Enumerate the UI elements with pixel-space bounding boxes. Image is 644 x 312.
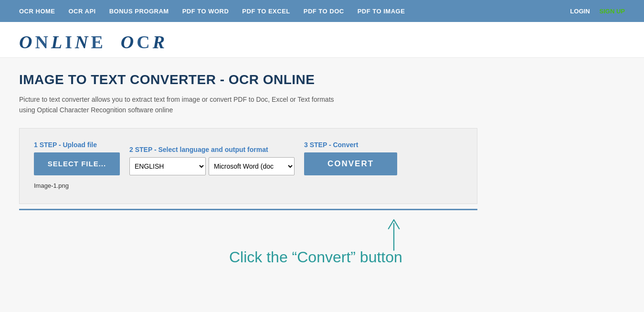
dropdown-group: ENGLISH FRENCH GERMAN SPANISH ITALIAN Mi…	[129, 157, 295, 175]
page-description: Picture to text converter allows you to …	[19, 94, 401, 116]
tool-panel: 1 STEP - Upload file SELECT FILE... 2 ST…	[19, 128, 477, 204]
nav-pdf-doc[interactable]: PDF TO DOC	[304, 8, 344, 15]
nav-bonus[interactable]: BONUS PROGRAM	[109, 8, 169, 15]
nav-ocr-api[interactable]: OCR API	[69, 8, 96, 15]
language-select[interactable]: ENGLISH FRENCH GERMAN SPANISH ITALIAN	[129, 157, 206, 175]
site-logo: ONLINE OCR	[19, 32, 625, 53]
step1-label: 1 STEP - Upload file	[34, 141, 120, 149]
step3-label: 3 STEP - Convert	[304, 141, 397, 149]
annotation-area: Click the “Convert” button	[19, 210, 477, 287]
step2-group: 2 STEP - Select language and output form…	[129, 146, 295, 175]
convert-button[interactable]: CONVERT	[304, 152, 397, 175]
format-select[interactable]: Microsoft Word (doc Microsoft Excel Plai…	[209, 157, 295, 175]
logo-area: ONLINE OCR	[0, 22, 644, 58]
step1-group: 1 STEP - Upload file SELECT FILE...	[34, 141, 120, 175]
top-nav: OCR HOME OCR API BONUS PROGRAM PDF TO WO…	[0, 0, 644, 22]
select-file-button[interactable]: SELECT FILE...	[34, 152, 120, 175]
login-link[interactable]: LOGIN	[570, 8, 590, 15]
steps-row: 1 STEP - Upload file SELECT FILE... 2 ST…	[34, 141, 463, 175]
main-content: IMAGE TO TEXT CONVERTER - OCR ONLINE Pic…	[0, 58, 644, 312]
file-name-display: Image-1.png	[34, 182, 463, 189]
nav-pdf-word[interactable]: PDF TO WORD	[182, 8, 229, 15]
step3-group: 3 STEP - Convert CONVERT	[304, 141, 397, 175]
nav-links: OCR HOME OCR API BONUS PROGRAM PDF TO WO…	[19, 8, 405, 15]
nav-auth: LOGIN SIGN UP	[570, 8, 625, 15]
page-title: IMAGE TO TEXT CONVERTER - OCR ONLINE	[19, 72, 625, 87]
signup-link[interactable]: SIGN UP	[600, 8, 625, 15]
step2-label: 2 STEP - Select language and output form…	[129, 146, 295, 153]
annotation-text: Click the “Convert” button	[229, 248, 402, 266]
nav-pdf-image[interactable]: PDF TO IMAGE	[358, 8, 405, 15]
nav-ocr-home[interactable]: OCR HOME	[19, 8, 55, 15]
nav-pdf-excel[interactable]: PDF TO EXCEL	[242, 8, 290, 15]
